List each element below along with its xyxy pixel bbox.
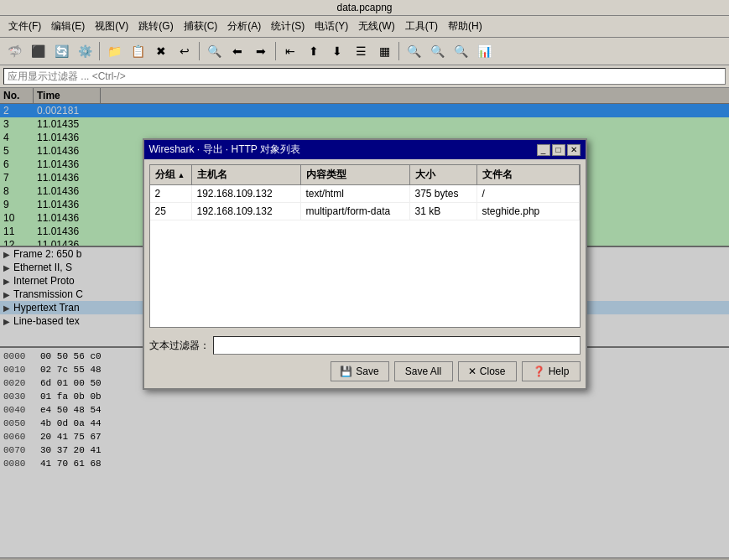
col-header-host[interactable]: 主机名	[192, 165, 301, 184]
filter-input[interactable]	[3, 68, 726, 85]
toolbar-reload-btn[interactable]: ↩	[174, 40, 195, 62]
cell-group: 25	[150, 203, 192, 220]
text-filter-bar: 文本过滤器：	[144, 333, 586, 358]
col-header-group[interactable]: 分组 ▲	[150, 165, 192, 184]
title-bar: data.pcapng	[0, 0, 729, 16]
dialog-maximize-btn[interactable]: □	[552, 144, 565, 156]
toolbar: 🦈 ⬛ 🔄 ⚙️ 📁 📋 ✖ ↩ 🔍 ⬅ ➡ ⇤ ⬆ ⬇ ☰ ▦ 🔍 🔍 🔍 📊	[0, 38, 729, 65]
main-area: No. Time 2 0.002181 3 11.01435 4 11.0143…	[0, 88, 729, 560]
toolbar-find-btn[interactable]: 🔍	[203, 40, 225, 62]
toolbar-options-btn[interactable]: ⚙️	[74, 40, 96, 62]
save-icon: 💾	[340, 366, 352, 377]
toolbar-up-btn[interactable]: ⬆	[303, 40, 325, 62]
toolbar-list-btn[interactable]: ☰	[350, 40, 372, 62]
dialog-titlebar: Wireshark · 导出 · HTTP 对象列表 _ □ ✕	[144, 140, 586, 159]
toolbar-sep-1	[99, 42, 100, 60]
toolbar-zoom-in-btn[interactable]: 🔍	[403, 40, 424, 62]
dialog-http-objects: Wireshark · 导出 · HTTP 对象列表 _ □ ✕ 分组 ▲ 主机…	[143, 138, 587, 390]
help-button[interactable]: ❓ Help	[522, 361, 581, 381]
toolbar-stop-btn[interactable]: ⬛	[27, 40, 49, 62]
menu-file[interactable]: 文件(F)	[3, 18, 46, 35]
cell-host: 192.168.109.132	[192, 203, 301, 220]
cell-content-type: text/html	[301, 185, 410, 202]
app-title: data.pcapng	[336, 2, 392, 13]
cell-size: 375 bytes	[410, 185, 477, 202]
toolbar-close-btn[interactable]: ✖	[150, 40, 172, 62]
filter-bar	[0, 65, 729, 88]
cell-filename: steghide.php	[477, 203, 580, 220]
table-row[interactable]: 2 192.168.109.132 text/html 375 bytes /	[150, 185, 580, 203]
menu-phone[interactable]: 电话(Y)	[310, 18, 353, 35]
cell-size: 31 kB	[410, 203, 477, 220]
dialog-title: Wireshark · 导出 · HTTP 对象列表	[149, 143, 300, 157]
toolbar-fwd-btn[interactable]: ➡	[250, 40, 272, 62]
cell-content-type: multipart/form-data	[301, 203, 410, 220]
menu-jump[interactable]: 跳转(G)	[133, 18, 178, 35]
modal-overlay: Wireshark · 导出 · HTTP 对象列表 _ □ ✕ 分组 ▲ 主机…	[0, 88, 729, 560]
text-filter-label: 文本过滤器：	[149, 339, 210, 353]
menu-help[interactable]: 帮助(H)	[443, 18, 487, 35]
toolbar-shark-btn[interactable]: 🦈	[3, 40, 25, 62]
menu-edit[interactable]: 编辑(E)	[46, 18, 90, 35]
cell-filename: /	[477, 185, 580, 202]
toolbar-back-btn[interactable]: ⬅	[227, 40, 248, 62]
toolbar-zoom-out-btn[interactable]: 🔍	[426, 40, 448, 62]
cell-host: 192.168.109.132	[192, 185, 301, 202]
cell-group: 2	[150, 185, 192, 202]
dialog-controls: _ □ ✕	[537, 144, 581, 156]
toolbar-go-btn[interactable]: ⇤	[279, 40, 301, 62]
menu-stats[interactable]: 统计(S)	[266, 18, 310, 35]
menu-bar: 文件(F) 编辑(E) 视图(V) 跳转(G) 捕获(C) 分析(A) 统计(S…	[0, 16, 729, 38]
sort-icon: ▲	[178, 171, 185, 179]
dialog-footer: 💾 Save Save All ✕ Close ❓ Help	[144, 358, 586, 388]
toolbar-zoom-reset-btn[interactable]: 🔍	[450, 40, 471, 62]
col-header-content-type[interactable]: 内容类型	[301, 165, 410, 184]
dialog-table-header: 分组 ▲ 主机名 内容类型 大小 文件名	[150, 165, 580, 185]
dialog-object-table: 分组 ▲ 主机名 内容类型 大小 文件名	[149, 164, 581, 328]
table-row[interactable]: 25 192.168.109.132 multipart/form-data 3…	[150, 203, 580, 220]
col-header-size[interactable]: 大小	[410, 165, 477, 184]
close-button[interactable]: ✕ Close	[458, 361, 517, 381]
menu-capture[interactable]: 捕获(C)	[179, 18, 223, 35]
toolbar-save-btn[interactable]: 📋	[127, 40, 148, 62]
text-filter-input[interactable]	[213, 336, 581, 355]
menu-view[interactable]: 视图(V)	[90, 18, 133, 35]
toolbar-down-btn[interactable]: ⬇	[326, 40, 348, 62]
menu-tools[interactable]: 工具(T)	[400, 18, 443, 35]
toolbar-sep-4	[398, 42, 399, 60]
col-header-filename[interactable]: 文件名	[477, 165, 580, 184]
toolbar-restart-btn[interactable]: 🔄	[50, 40, 72, 62]
toolbar-graph-btn[interactable]: 📊	[473, 40, 495, 62]
dialog-close-btn[interactable]: ✕	[567, 144, 581, 156]
toolbar-col-btn[interactable]: ▦	[373, 40, 395, 62]
dialog-minimize-btn[interactable]: _	[537, 144, 550, 156]
toolbar-open-btn[interactable]: 📁	[103, 40, 125, 62]
save-all-button[interactable]: Save All	[394, 361, 453, 381]
menu-wireless[interactable]: 无线(W)	[353, 18, 399, 35]
save-button[interactable]: 💾 Save	[331, 361, 389, 381]
help-icon: ❓	[533, 366, 545, 377]
toolbar-sep-3	[275, 42, 276, 60]
menu-analyze[interactable]: 分析(A)	[222, 18, 266, 35]
toolbar-sep-2	[199, 42, 200, 60]
